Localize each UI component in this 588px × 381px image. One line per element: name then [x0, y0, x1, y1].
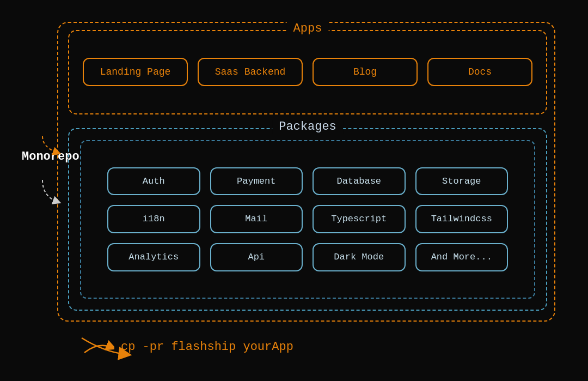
pkg-analytics[interactable]: Analytics: [107, 243, 200, 271]
app-landing-page[interactable]: Landing Page: [83, 58, 188, 86]
monorepo-label: Monorepo: [22, 150, 79, 164]
packages-title: Packages: [272, 120, 343, 134]
bottom-command: cp -pr flashship yourApp: [82, 339, 550, 355]
apps-title: Apps: [287, 22, 329, 35]
pkg-tailwindcss[interactable]: Tailwindcss: [415, 205, 509, 233]
app-saas-backend[interactable]: Saas Backend: [198, 58, 303, 86]
apps-grid: Landing Page Saas Backend Blog Docs: [69, 31, 546, 113]
packages-grid: Auth Payment Database Storage i18n Mail: [97, 158, 518, 281]
pkg-and-more[interactable]: And More...: [415, 243, 509, 271]
app-docs[interactable]: Docs: [427, 58, 532, 86]
pkg-api[interactable]: Api: [210, 243, 303, 271]
packages-inner-border: Auth Payment Database Storage i18n Mail: [80, 140, 535, 299]
packages-section: Packages Auth Payment Database Storage i…: [68, 128, 547, 311]
main-diagram: Monorepo Apps Landing Page Saas Backend …: [27, 16, 561, 365]
bottom-arrow-icon: [82, 339, 114, 355]
pkg-i18n[interactable]: i18n: [107, 205, 200, 233]
pkg-storage[interactable]: Storage: [415, 167, 509, 196]
app-blog[interactable]: Blog: [313, 58, 418, 86]
pkg-auth[interactable]: Auth: [107, 167, 200, 196]
pkg-database[interactable]: Database: [313, 167, 406, 196]
pkg-typescript[interactable]: Typescript: [313, 205, 406, 233]
pkg-payment[interactable]: Payment: [210, 167, 303, 196]
pkg-dark-mode[interactable]: Dark Mode: [313, 243, 406, 271]
pkg-mail[interactable]: Mail: [210, 205, 303, 233]
apps-section: Apps Landing Page Saas Backend Blog Docs: [68, 30, 547, 114]
